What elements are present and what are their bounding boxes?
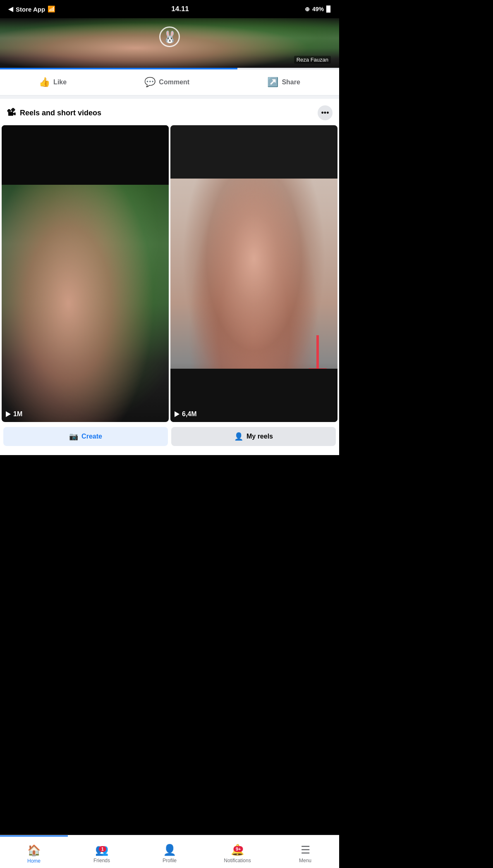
post-action-bar: 👍 Like 💬 Comment ↗️ Share — [0, 69, 339, 95]
reel-thumbnail-1 — [2, 125, 169, 422]
play-icon-2 — [175, 411, 179, 417]
arrow-shaft — [316, 335, 319, 368]
reel-2-play-count: 6,4M — [175, 410, 197, 418]
reels-title-text: Reels and short videos — [20, 109, 101, 117]
reels-buttons: 📷 Create 👤 My reels — [0, 422, 339, 451]
post-image[interactable]: 🐰 Reza Fauzan — [0, 18, 339, 68]
like-icon: 👍 — [39, 77, 50, 88]
share-label: Share — [282, 79, 300, 86]
back-arrow: ◀ — [8, 5, 13, 13]
app-store-label: Store App — [16, 6, 45, 13]
status-time: 14.11 — [171, 5, 189, 13]
reel-1-count: 1M — [13, 410, 22, 418]
share-icon: ↗️ — [267, 77, 278, 88]
reels-more-button[interactable]: ••• — [318, 105, 333, 120]
section-divider — [0, 95, 339, 99]
reel-thumbnail-2 — [170, 125, 337, 422]
comment-button[interactable]: 💬 Comment — [136, 74, 198, 91]
my-reels-button[interactable]: 👤 My reels — [171, 427, 336, 446]
reels-section: 📽 Reels and short videos ••• 1M — [0, 99, 339, 455]
reel-item-1[interactable]: 1M — [2, 125, 169, 422]
wifi-icon: 📶 — [48, 5, 55, 13]
post-author-overlay: Reza Fauzan — [294, 56, 331, 64]
share-button[interactable]: ↗️ Share — [259, 74, 308, 91]
reel-item-2[interactable]: 6,4M — [170, 125, 337, 422]
reel-1-play-count: 1M — [6, 410, 22, 418]
main-content: 🐰 Reza Fauzan 👍 Like 💬 Comment ↗️ Share … — [0, 18, 339, 455]
battery-percent: 49% — [312, 6, 324, 12]
more-dots-icon: ••• — [321, 109, 329, 117]
status-right: ⊕ 49% ▉ — [305, 6, 331, 12]
comment-icon: 💬 — [144, 77, 156, 88]
status-bar: ◀ Store App 📶 14.11 ⊕ 49% ▉ — [0, 0, 339, 18]
location-icon: ⊕ — [305, 6, 310, 12]
my-reels-label: My reels — [247, 433, 273, 440]
reels-grid: 1M 6,4M — [0, 125, 339, 422]
create-label: Create — [81, 433, 102, 440]
my-reels-icon: 👤 — [234, 432, 243, 441]
battery-icon: ▉ — [326, 6, 331, 12]
reels-icon: 📽 — [7, 107, 16, 118]
like-label: Like — [53, 79, 67, 86]
create-reel-button[interactable]: 📷 Create — [3, 427, 168, 446]
like-button[interactable]: 👍 Like — [31, 74, 75, 91]
reel-2-count: 6,4M — [182, 410, 197, 418]
comment-label: Comment — [159, 79, 189, 86]
reels-header: 📽 Reels and short videos ••• — [0, 105, 339, 125]
play-icon-1 — [6, 411, 11, 417]
reels-title: 📽 Reels and short videos — [7, 107, 101, 118]
camera-icon: 📷 — [69, 432, 78, 441]
status-left: ◀ Store App 📶 — [8, 5, 55, 13]
